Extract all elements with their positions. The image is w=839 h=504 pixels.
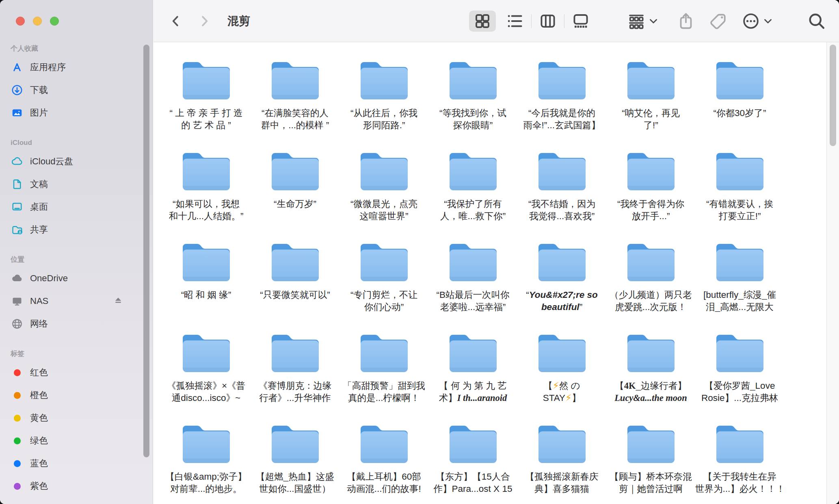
sidebar-item-document[interactable]: 文稿 — [6, 173, 144, 196]
sidebar-item-label: 网络 — [30, 318, 48, 330]
toolbar: 混剪 — [154, 0, 839, 42]
folder-tile[interactable]: 「高甜预警」甜到我真的是...柠檬啊！ — [339, 332, 428, 423]
folder-label: 「高甜预警」甜到我真的是...柠檬啊！ — [339, 380, 428, 404]
forward-button[interactable] — [198, 14, 210, 28]
folder-tile[interactable]: “有错就要认，挨打要立正!” — [695, 150, 784, 241]
folder-tile[interactable]: 《孤独摇滚》×《普通disco...isco》~ — [162, 332, 251, 423]
folder-label: “今后我就是你的雨伞!”...玄武国篇】 — [517, 107, 606, 131]
folder-label: 《孤独摇滚》×《普通disco...isco》~ — [162, 380, 251, 404]
tag-color-dot — [14, 369, 21, 376]
sidebar-item-desktop[interactable]: 桌面 — [6, 196, 144, 218]
sidebar-item-appstore[interactable]: 应用程序 — [6, 56, 144, 79]
sidebar-item-tag[interactable]: 红色 — [6, 361, 144, 384]
close-button[interactable] — [16, 17, 25, 26]
tag-dot-icon — [11, 366, 24, 379]
folder-icon — [624, 423, 678, 465]
folder-tile[interactable]: 【 何 为 第 九 艺术】I th...aranoid — [428, 332, 517, 423]
folder-tile[interactable]: 【4K_边缘行者】Lucy&a...the moon — [606, 332, 695, 423]
view-mode-list-view[interactable] — [499, 10, 531, 32]
zoom-button[interactable] — [50, 17, 59, 26]
toolbar-share-button[interactable] — [677, 12, 695, 30]
folder-tile[interactable]: 【东方】【15人合作】Para...ost X 15 — [428, 423, 517, 504]
view-mode-switcher — [466, 10, 597, 32]
folder-tile[interactable]: “从此往后，你我形同陌路.” — [339, 59, 428, 150]
cloud-icon — [11, 272, 24, 285]
sidebar-item-globe[interactable]: 网络 — [6, 312, 144, 335]
folder-tile[interactable]: 【孤独摇滚新春庆典】喜多猫猫 — [517, 423, 606, 504]
chevron-left-icon — [170, 14, 182, 28]
toolbar-tags-button[interactable] — [709, 12, 728, 30]
sidebar-section-header: iCloud — [6, 138, 144, 148]
content-scrollbar-track — [826, 42, 839, 504]
folder-tile[interactable]: “在满脸笑容的人群中，...的模样 ” — [251, 59, 339, 150]
sidebar-item-shared-folder[interactable]: 共享 — [6, 218, 144, 241]
folder-tile[interactable]: “微微晨光，点亮这喧嚣世界” — [339, 150, 428, 241]
minimize-button[interactable] — [33, 17, 42, 26]
folder-tile[interactable]: 【关于我转生在异世界为...】必火！！！ — [695, 423, 784, 504]
folder-label: （少儿频道）两只老虎爱跳...次元版！ — [606, 289, 695, 313]
folder-tile[interactable]: “我终于舍得为你放开手...” — [606, 150, 695, 241]
eject-icon[interactable] — [113, 296, 123, 306]
sidebar-item-tag[interactable]: 黄色 — [6, 407, 144, 429]
view-mode-gallery-view[interactable] — [564, 10, 597, 32]
sidebar-section-header: 位置 — [6, 255, 144, 265]
folder-icon — [713, 59, 767, 101]
folder-tile[interactable]: “只要微笑就可以” — [251, 241, 339, 332]
folder-tile[interactable]: “你都30岁了” — [695, 59, 784, 150]
folder-label: [butterfly_综漫_催泪_高燃...无限大 — [695, 289, 784, 313]
folder-icon — [357, 59, 411, 101]
sidebar-item-cloud[interactable]: OneDrive — [6, 267, 144, 290]
folder-label: “专门剪烂，不让你们心动” — [339, 289, 428, 313]
sidebar-item-tag[interactable]: 绿色 — [6, 429, 144, 452]
folder-icon — [535, 332, 589, 374]
sidebar-item-tag[interactable]: 紫色 — [6, 475, 144, 498]
sidebar-scrollbar[interactable] — [143, 45, 149, 457]
folder-label: 【关于我转生在异世界为...】必火！！！ — [695, 471, 784, 495]
folder-tile[interactable]: “等我找到你，试探你眼睛” — [428, 59, 517, 150]
sidebar-item-photos[interactable]: 图片 — [6, 101, 144, 124]
toolbar-search-button[interactable] — [807, 12, 826, 30]
sidebar-item-label: 文稿 — [30, 178, 48, 190]
back-button[interactable] — [170, 14, 182, 28]
chevron-right-icon — [198, 14, 210, 28]
view-mode-column-view[interactable] — [532, 10, 564, 32]
view-mode-icon-view[interactable] — [466, 10, 499, 32]
content-scrollbar[interactable] — [830, 45, 836, 146]
folder-label: 《赛博朋克：边缘行者》...升华神作 — [251, 380, 339, 404]
sidebar-item-tag[interactable]: 橙色 — [6, 384, 144, 407]
folder-tile[interactable]: “呐艾伦，再见了!” — [606, 59, 695, 150]
folder-tile[interactable]: [butterfly_综漫_催泪_高燃...无限大 — [695, 241, 784, 332]
folder-icon — [357, 423, 411, 465]
folder-icon — [179, 423, 233, 465]
folder-tile[interactable]: 【顾与】桥本环奈混剪｜她曾活过啊 — [606, 423, 695, 504]
folder-tile[interactable]: “专门剪烂，不让你们心动” — [339, 241, 428, 332]
folder-tile[interactable]: 《赛博朋克：边缘行者》...升华神作 — [251, 332, 339, 423]
sidebar-item-label: 紫色 — [30, 480, 48, 492]
folder-icon — [624, 59, 678, 101]
sidebar-item-download[interactable]: 下载 — [6, 79, 144, 101]
sidebar-item-tag[interactable]: 蓝色 — [6, 452, 144, 475]
folder-label: “昭 和 姻 缘” — [162, 289, 251, 301]
desktop-icon — [11, 200, 24, 213]
folder-tile[interactable]: “我保护了所有人，唯...救下你” — [428, 150, 517, 241]
toolbar-group-button[interactable] — [627, 12, 658, 30]
folder-tile[interactable]: “You&#x27;re sobeautiful” — [517, 241, 606, 332]
folder-tile[interactable]: “B站最后一次叫你老婆啦...远幸福” — [428, 241, 517, 332]
folder-tile[interactable]: “昭 和 姻 缘” — [162, 241, 251, 332]
folder-tile[interactable]: （少儿频道）两只老虎爱跳...次元版！ — [606, 241, 695, 332]
folder-icon — [713, 332, 767, 374]
folder-tile[interactable]: 【白银&amp;弥子】对前辈...的地步。 — [162, 423, 251, 504]
toolbar-more-button[interactable] — [742, 12, 773, 30]
folder-tile[interactable]: 【超燃_热血】这盛世如你...国盛世） — [251, 423, 339, 504]
folder-tile[interactable]: 【⚡然 のSTAY⚡】 — [517, 332, 606, 423]
folder-tile[interactable]: “ 上 帝 亲 手 打 造的 艺 术 品 ” — [162, 59, 251, 150]
folder-tile[interactable]: 【戴上耳机】60部动画混...们的故事! — [339, 423, 428, 504]
sidebar-item-display[interactable]: NAS — [6, 290, 144, 312]
sidebar-item-icloud[interactable]: iCloud云盘 — [6, 150, 144, 173]
folder-tile[interactable]: “如果可以，我想和十几...人结婚。” — [162, 150, 251, 241]
folder-tile[interactable]: “生命万岁” — [251, 150, 339, 241]
tag-dot-icon — [11, 411, 24, 424]
folder-tile[interactable]: “今后我就是你的雨伞!”...玄武国篇】 — [517, 59, 606, 150]
folder-tile[interactable]: 【爱你罗茜_LoveRosie】...克拉弗林 — [695, 332, 784, 423]
folder-tile[interactable]: “我不结婚，因为我觉得...喜欢我” — [517, 150, 606, 241]
